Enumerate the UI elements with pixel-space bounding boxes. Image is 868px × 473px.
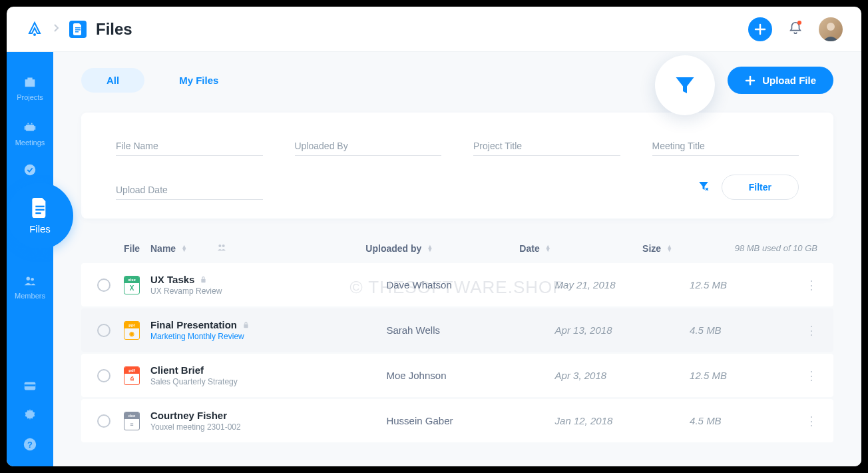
file-name[interactable]: UX Tasks — [150, 274, 222, 285]
svg-rect-11 — [35, 205, 44, 207]
row-checkbox[interactable] — [97, 369, 110, 382]
sidebar-item-label: Members — [15, 292, 45, 300]
header: Files — [7, 7, 861, 52]
more-icon[interactable]: ⋮ — [805, 278, 817, 292]
filter-uploaded-by[interactable] — [295, 137, 442, 156]
sidebar-item-meetings[interactable]: Meetings — [7, 111, 53, 156]
clear-filter-icon[interactable] — [698, 180, 710, 195]
svg-point-22 — [222, 244, 225, 247]
notification-dot — [797, 21, 801, 25]
file-size: 12.5 MB — [690, 370, 727, 381]
table-row: doc ≡ Courtney Fisher Youxel meeting 230… — [81, 399, 833, 442]
col-uploaded-by[interactable]: Uploaded by ▲▼ — [365, 243, 519, 254]
row-checkbox[interactable] — [97, 278, 110, 292]
upload-date: Apr 13, 2018 — [555, 324, 612, 336]
file-type-icon: doc ≡ — [124, 412, 140, 430]
filter-project-title[interactable] — [473, 137, 620, 156]
file-name[interactable]: Courtney Fisher — [150, 410, 241, 421]
help-icon[interactable]: ? — [23, 437, 37, 452]
sidebar-item-label: Projects — [17, 93, 43, 101]
svg-rect-1 — [75, 27, 81, 29]
svg-text:?: ? — [27, 440, 33, 450]
table-row: xlsx X UX Tasks UX Revamp Review Dave Wh… — [81, 263, 833, 306]
row-checkbox[interactable] — [97, 324, 110, 337]
uploader: Hussein Gaber — [386, 415, 453, 426]
svg-rect-12 — [35, 209, 44, 211]
filter-upload-date[interactable] — [116, 181, 263, 200]
svg-point-9 — [31, 123, 33, 125]
svg-rect-13 — [35, 212, 41, 214]
tab-my-files[interactable]: My Files — [154, 68, 244, 93]
filter-toggle-button[interactable] — [655, 55, 715, 115]
uploader: Dave Whatson — [386, 279, 451, 290]
upload-file-button[interactable]: Upload File — [728, 67, 833, 94]
tab-all[interactable]: All — [81, 68, 144, 93]
filter-button[interactable]: Filter — [722, 175, 799, 200]
sort-icon: ▲▼ — [666, 245, 672, 252]
col-date[interactable]: Date ▲▼ — [519, 243, 642, 254]
sort-icon: ▲▼ — [545, 245, 551, 252]
svg-rect-6 — [25, 126, 26, 130]
file-project: UX Revamp Review — [150, 286, 222, 296]
file-project: Youxel meeting 2301-002 — [150, 422, 241, 432]
table-header: File Name ▲▼ Uploaded by ▲▼ Date — [81, 233, 833, 263]
sidebar-item-check[interactable] — [7, 156, 53, 184]
notifications-button[interactable] — [788, 21, 803, 38]
col-file[interactable]: File — [124, 243, 150, 254]
lock-icon — [200, 276, 207, 283]
add-button[interactable] — [748, 17, 772, 41]
svg-point-0 — [33, 33, 36, 36]
svg-rect-5 — [26, 125, 35, 131]
row-checkbox[interactable] — [97, 414, 110, 428]
lock-icon — [242, 321, 250, 328]
billing-icon[interactable] — [23, 378, 37, 393]
sidebar-item-label: Meetings — [15, 139, 45, 147]
svg-point-15 — [31, 278, 34, 281]
sidebar-item-projects[interactable]: Projects — [7, 65, 53, 111]
col-name[interactable]: Name ▲▼ — [150, 242, 365, 254]
svg-rect-7 — [34, 126, 35, 130]
sidebar-item-label: Files — [29, 223, 51, 235]
uploader: Sarah Wells — [386, 324, 440, 336]
share-icon — [216, 242, 227, 254]
svg-rect-17 — [25, 384, 36, 386]
files-table: File Name ▲▼ Uploaded by ▲▼ Date — [81, 233, 833, 442]
gear-icon[interactable] — [23, 408, 37, 422]
file-name[interactable]: Client Brief — [150, 364, 238, 376]
uploader: Moe Johnson — [386, 370, 446, 381]
file-size: 12.5 MB — [690, 279, 727, 290]
col-size[interactable]: Size ▲▼ — [642, 243, 735, 254]
more-icon[interactable]: ⋮ — [805, 414, 817, 428]
file-type-icon: pdf ⎙ — [124, 366, 140, 385]
svg-rect-23 — [202, 279, 206, 283]
file-type-icon: xlsx X — [124, 276, 140, 294]
sort-icon: ▲▼ — [181, 245, 187, 252]
chevron-right-icon — [53, 23, 60, 35]
filter-panel: Filter — [81, 113, 833, 219]
svg-rect-2 — [75, 29, 81, 31]
upload-date: Jan 12, 2018 — [555, 415, 613, 426]
svg-rect-24 — [244, 324, 248, 328]
avatar[interactable] — [819, 17, 843, 41]
upload-date: Apr 3, 2018 — [555, 370, 607, 381]
svg-point-14 — [27, 277, 31, 281]
more-icon[interactable]: ⋮ — [805, 369, 817, 382]
more-icon[interactable]: ⋮ — [805, 324, 817, 337]
page-title: Files — [96, 20, 132, 39]
storage-text: 98 MB used of 10 GB — [735, 243, 817, 253]
sidebar-item-members[interactable]: Members — [7, 264, 53, 309]
sidebar-item-files[interactable]: Files — [7, 183, 73, 249]
sidebar: Projects Meetings Files Members — [7, 52, 53, 466]
file-size: 4.5 MB — [690, 324, 722, 336]
app-logo[interactable] — [25, 20, 44, 39]
file-project[interactable]: Marketing Monthly Review — [150, 332, 250, 341]
svg-point-21 — [218, 244, 221, 247]
svg-rect-3 — [75, 31, 79, 33]
file-size: 4.5 MB — [690, 415, 722, 426]
upload-date: May 21, 2018 — [555, 279, 616, 290]
file-name[interactable]: Final Presentation — [150, 319, 250, 330]
filter-meeting-title[interactable] — [652, 137, 799, 156]
file-project: Sales Quarterly Strategy — [150, 377, 238, 386]
upload-button-label: Upload File — [762, 75, 816, 86]
filter-file-name[interactable] — [116, 137, 263, 156]
